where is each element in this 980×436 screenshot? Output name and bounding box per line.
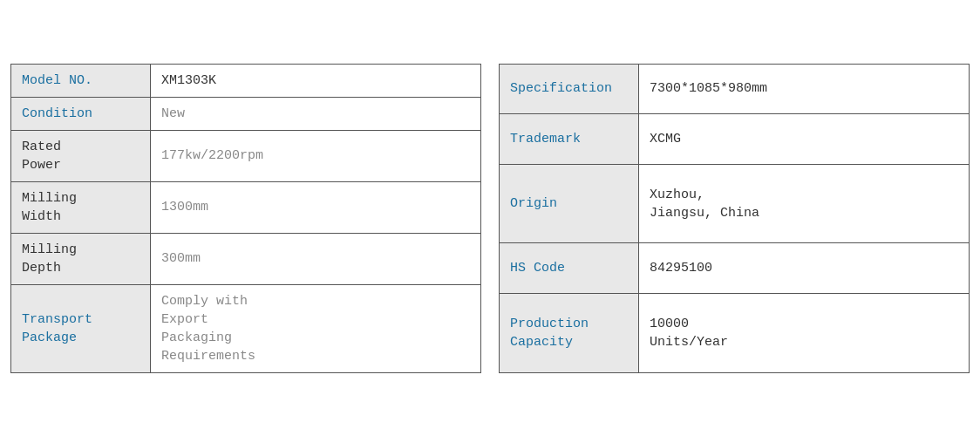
table-row: Milling Width1300mm (11, 181, 481, 233)
label-cell: Condition (11, 97, 151, 130)
value-cell: 300mm (151, 233, 481, 284)
label-cell: Transport Package (11, 284, 151, 372)
table-row: Milling Depth300mm (11, 233, 481, 284)
table-row: Specification7300*1085*980mm (500, 64, 970, 114)
label-cell: Rated Power (11, 130, 151, 181)
left-table: Model NO.XM1303KConditionNewRated Power1… (10, 64, 481, 373)
table-row: Transport PackageComply with Export Pack… (11, 284, 481, 372)
label-cell: HS Code (500, 243, 639, 294)
value-cell: Xuzhou, Jiangsu, China (639, 165, 970, 243)
main-container: Model NO.XM1303KConditionNewRated Power1… (10, 64, 970, 373)
label-cell: Milling Width (11, 181, 151, 233)
label-cell: Milling Depth (11, 233, 151, 284)
table-row: ConditionNew (11, 97, 481, 130)
table-row: Production Capacity10000 Units/Year (500, 294, 970, 372)
value-cell: 10000 Units/Year (639, 294, 970, 372)
table-row: OriginXuzhou, Jiangsu, China (500, 165, 970, 243)
table-row: Rated Power177kw/2200rpm (11, 130, 481, 181)
value-cell: XM1303K (151, 64, 481, 97)
value-cell: New (151, 97, 481, 130)
table-row: TrademarkXCMG (500, 114, 970, 165)
label-cell: Origin (500, 165, 639, 243)
table-row: HS Code84295100 (500, 243, 970, 294)
value-cell: 177kw/2200rpm (151, 130, 481, 181)
value-cell: Comply with Export Packaging Requirement… (151, 284, 481, 372)
label-cell: Trademark (500, 114, 639, 165)
label-cell: Specification (500, 64, 639, 114)
right-table: Specification7300*1085*980mmTrademarkXCM… (499, 64, 970, 373)
table-row: Model NO.XM1303K (11, 64, 481, 97)
label-cell: Production Capacity (500, 294, 639, 372)
value-cell: 1300mm (151, 181, 481, 233)
value-cell: XCMG (639, 114, 970, 165)
label-cell: Model NO. (11, 64, 151, 97)
value-cell: 84295100 (639, 243, 970, 294)
value-cell: 7300*1085*980mm (639, 64, 970, 114)
